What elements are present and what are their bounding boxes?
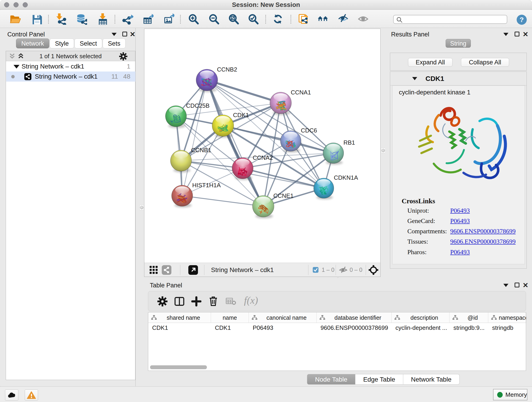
node-label-CCNA2: CCNA2 [253, 154, 273, 161]
tab-edge-table[interactable]: Edge Table [355, 374, 403, 385]
copy-network-button[interactable] [297, 12, 310, 26]
table-cell[interactable]: cyclin-dependent ... [395, 323, 449, 332]
share-view-icon[interactable] [162, 265, 171, 275]
tab-select[interactable]: Select [75, 38, 102, 48]
open-in-new-window-icon[interactable] [188, 265, 198, 275]
panel-menu-icon[interactable] [112, 33, 117, 36]
network-view[interactable]: CCNB2CCNA1CDC25BCDK1CDC6RB1CCNB1CCNA2CDK… [144, 29, 380, 277]
node-HIST1H1A[interactable]: HIST1H1A [172, 182, 221, 208]
column-header-database-identifier[interactable]: database identifier [317, 313, 392, 323]
column-header-shared-name[interactable]: shared name [148, 313, 211, 323]
first-neighbors-icon [317, 13, 329, 25]
panel-menu-icon[interactable] [503, 284, 508, 287]
export-image-button[interactable] [162, 12, 175, 26]
selected-checkbox-icon[interactable] [313, 267, 318, 273]
table-cell[interactable]: 9606.ENSP00000378699 [321, 323, 391, 332]
panel-menu-icon[interactable] [503, 33, 508, 36]
delete-column-icon[interactable] [208, 296, 218, 306]
table-cell[interactable]: P06493 [253, 323, 317, 332]
search-input[interactable] [393, 15, 507, 24]
import-network-from-database-button[interactable] [75, 12, 88, 26]
gear-icon[interactable] [119, 52, 127, 61]
export-table-button[interactable] [141, 12, 154, 26]
panel-float-icon[interactable] [122, 32, 127, 36]
table-cell[interactable]: stringdb [492, 323, 526, 332]
node-CDC25B[interactable]: CDC25B [165, 102, 210, 128]
memory-button[interactable]: Memory [493, 389, 527, 400]
table-cell[interactable]: stringdb:9... [453, 323, 488, 332]
zoom-selected-button[interactable] [246, 12, 260, 26]
node-CDC6[interactable]: CDC6 [280, 127, 317, 153]
panel-float-icon[interactable] [515, 283, 519, 287]
refresh-network-view-button[interactable] [271, 12, 285, 26]
crosslink-link[interactable]: 9606.ENSP00000378699 [450, 238, 515, 245]
network-row[interactable]: String Network – cdk1 11 48 [6, 71, 135, 82]
crosslink-link[interactable]: P06493 [450, 217, 470, 225]
panel-close-icon[interactable]: ✕ [130, 31, 135, 38]
help-button[interactable]: ? [517, 15, 527, 25]
column-header-namespace[interactable]: namespace [488, 313, 526, 323]
warnings-button[interactable] [25, 389, 38, 401]
gene-section-header[interactable]: CDK1 [390, 72, 526, 85]
network-list-subheader: 1 of 1 Network selected [6, 51, 135, 61]
hide-selected-button[interactable] [337, 12, 350, 26]
crosslink-link[interactable]: P06493 [450, 207, 470, 214]
grid-icon[interactable] [149, 266, 158, 274]
edge-CCNB2-CCNA1[interactable] [207, 80, 281, 103]
node-label-CDC6: CDC6 [301, 127, 317, 134]
column-header--id[interactable]: @id [450, 313, 488, 323]
node-CCNA1[interactable]: CCNA1 [270, 89, 311, 115]
node-CDKN1A[interactable]: CDKN1A [314, 174, 358, 199]
table-settings-gear-icon[interactable] [157, 296, 167, 306]
import-network-from-file-button[interactable] [54, 12, 67, 26]
show-all-button[interactable] [357, 12, 370, 26]
column-header-canonical-name[interactable]: canonical name [249, 313, 317, 323]
edge-HIST1H1A-CCNE1[interactable] [182, 196, 263, 206]
crosslink-link[interactable]: P06493 [450, 249, 470, 256]
zoom-out-button[interactable] [207, 12, 220, 26]
tab-style[interactable]: Style [50, 38, 74, 48]
cloud-button[interactable] [5, 389, 18, 401]
export-network-button[interactable] [121, 12, 134, 26]
zoom-in-button[interactable] [186, 12, 200, 26]
first-neighbors-button[interactable] [316, 12, 329, 26]
column-header-name[interactable]: name [211, 313, 249, 323]
zoom-fit-content-button[interactable] [227, 12, 240, 26]
split-table-icon[interactable] [174, 296, 184, 306]
toolbar-separator [48, 15, 49, 24]
panel-close-icon[interactable]: ✕ [523, 282, 528, 289]
import-table-from-file-button[interactable] [96, 12, 109, 26]
horizontal-scrollbar[interactable] [150, 365, 207, 369]
memory-label: Memory [505, 391, 527, 398]
network-status-dot [11, 75, 15, 78]
column-header-label: @id [457, 313, 488, 323]
tab-sets[interactable]: Sets [103, 38, 126, 48]
crosslink-link[interactable]: 9606.ENSP00000378699 [450, 228, 515, 235]
panel-close-icon[interactable]: ✕ [523, 31, 528, 38]
table-cell[interactable]: CDK1 [152, 323, 211, 332]
column-header-description[interactable]: description [392, 313, 450, 323]
collection-count: 1 [127, 61, 130, 71]
node-label-CDK1: CDK1 [233, 112, 249, 119]
tab-network-table[interactable]: Network Table [403, 374, 460, 385]
table-header: shared namenamecanonical namedatabase id… [148, 313, 526, 323]
table-cell[interactable]: CDK1 [215, 323, 249, 332]
gene-expander-icon[interactable] [412, 77, 417, 80]
open-file-button[interactable] [8, 12, 22, 26]
tab-node-table[interactable]: Node Table [307, 374, 355, 385]
panel-float-icon[interactable] [515, 32, 519, 36]
left-splitter-knob[interactable] [140, 206, 143, 209]
expand-all-button[interactable]: Expand All [408, 58, 452, 67]
tab-string[interactable]: String [446, 39, 471, 48]
tab-network[interactable]: Network [16, 38, 49, 48]
network-collection-row[interactable]: String Network – cdk1 1 [6, 61, 135, 71]
collapse-all-button[interactable]: Collapse All [461, 58, 509, 67]
right-splitter-knob[interactable] [381, 149, 385, 152]
network-graph[interactable]: CCNB2CCNA1CDC25BCDK1CDC6RB1CCNB1CCNA2CDK… [144, 29, 380, 263]
hidden-count: 0 – 0 [350, 263, 362, 277]
save-session-button[interactable] [30, 12, 43, 26]
birds-eye-view-icon[interactable] [368, 265, 379, 275]
node-RB1[interactable]: RB1 [323, 139, 355, 165]
add-column-icon[interactable] [191, 296, 201, 306]
collection-expander-icon[interactable] [13, 65, 19, 69]
